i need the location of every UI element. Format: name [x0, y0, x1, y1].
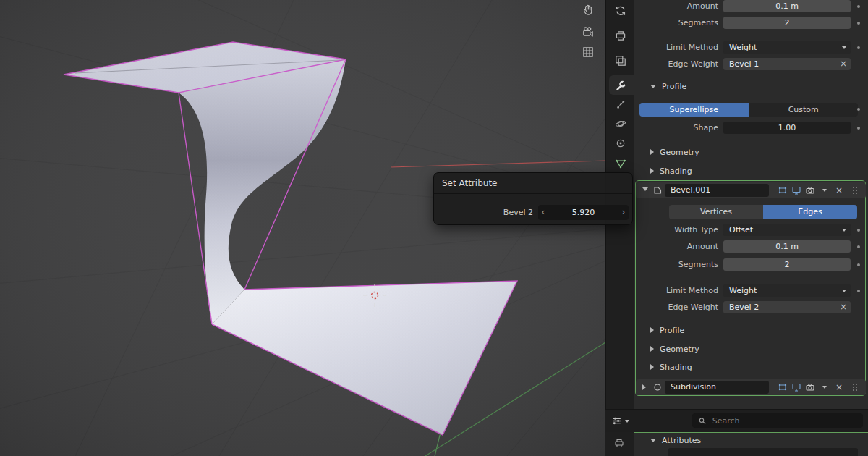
editor-type-button[interactable]	[610, 415, 629, 427]
modifier-extras-chevron-icon[interactable]	[822, 386, 827, 389]
chevron-down-icon	[842, 290, 846, 292]
shading-section-header-2[interactable]: Shading	[634, 360, 692, 373]
modifier-drag-grip[interactable]	[851, 382, 859, 394]
geometry-section-header-2[interactable]: Geometry	[634, 342, 699, 355]
render-display-toggle-icon[interactable]	[805, 382, 815, 392]
tab-edges[interactable]: Edges	[763, 205, 857, 219]
modifier-close-button[interactable]: ×	[833, 184, 846, 197]
tab-constraints-icon[interactable]	[614, 137, 627, 150]
collapsed-triangle-icon	[650, 168, 654, 174]
modifier-close-button[interactable]: ×	[833, 381, 846, 394]
row-limit-method-2: Limit Method Weight	[634, 284, 868, 298]
camera-view-icon[interactable]	[582, 25, 595, 38]
collapsed-triangle-icon	[650, 149, 654, 155]
bottom-tab-column	[605, 432, 634, 456]
set-attribute-panel[interactable]: Set Attribute Bevel 2 ‹ 5.920 ›	[433, 172, 633, 225]
edge-weight-field[interactable]: Bevel 1 ×	[723, 58, 851, 70]
bottom-properties-editor: Attributes +	[605, 409, 868, 456]
animate-dot[interactable]	[857, 127, 860, 130]
animate-dot[interactable]	[857, 245, 860, 248]
modifier-name-field[interactable]: Bevel.001	[665, 184, 769, 197]
profile-section-header[interactable]: Profile	[634, 80, 686, 93]
affect-tabs: Vertices Edges	[669, 205, 857, 219]
shading-section-header[interactable]: Shading	[634, 164, 692, 177]
search-box[interactable]	[692, 413, 863, 428]
tab-object-data-icon[interactable]	[614, 157, 627, 170]
animate-dot[interactable]	[857, 263, 860, 266]
edit-mode-display-toggle-icon[interactable]	[778, 185, 788, 195]
shape-field[interactable]: 1.00	[723, 122, 851, 134]
segments-label: Segments	[634, 258, 718, 271]
animate-dot[interactable]	[857, 5, 860, 8]
shading-header-label: Shading	[660, 363, 692, 372]
subdivision-modifier-header[interactable]: Subdivision ×	[636, 379, 866, 395]
expanded-triangle-icon	[650, 85, 656, 88]
width-type-dropdown[interactable]: Offset	[723, 224, 851, 236]
segments-label: Segments	[634, 16, 718, 30]
segments-field[interactable]: 2	[723, 17, 851, 29]
tab-viewlayer-icon[interactable]	[614, 54, 627, 67]
animate-dot[interactable]	[857, 46, 860, 49]
bevel2-value-slider[interactable]: ‹ 5.920 ›	[538, 205, 629, 220]
amount-field[interactable]: 0.1 m	[723, 0, 851, 12]
custom-button[interactable]: Custom	[749, 103, 859, 117]
segments-field[interactable]: 2	[723, 258, 851, 271]
modifier-extras-chevron-icon[interactable]	[822, 189, 827, 192]
realtime-display-toggle-icon[interactable]	[791, 382, 801, 392]
animate-dot[interactable]	[857, 108, 860, 111]
attribute-list-row[interactable]	[668, 448, 858, 456]
amount-field[interactable]: 0.1 m	[723, 240, 851, 253]
limit-method-label: Limit Method	[634, 284, 718, 297]
row-amount-1: Amount 0.1 m	[634, 0, 868, 14]
edit-mode-display-toggle-icon[interactable]	[778, 382, 788, 392]
animate-dot[interactable]	[857, 22, 860, 25]
bevel2-modifier-header[interactable]: Bevel.001 ×	[636, 182, 866, 198]
limit-method-dropdown[interactable]: Weight	[723, 284, 851, 297]
limit-method-dropdown[interactable]: Weight	[723, 41, 851, 54]
modifier-name-field[interactable]: Subdivision	[665, 381, 769, 394]
increment-arrow-icon[interactable]: ›	[618, 205, 629, 220]
amount-label: Amount	[634, 0, 718, 13]
viewport-canvas	[0, 0, 605, 456]
tab-modifiers-wrench-icon[interactable]	[614, 79, 627, 92]
row-edge-weight-1: Edge Weight Bevel 1 ×	[634, 57, 868, 72]
row-affect-tabs: Vertices Edges	[634, 205, 868, 219]
profile-type-buttons: Superellipse Custom	[639, 103, 858, 117]
row-limit-method-1: Limit Method Weight	[634, 41, 868, 55]
profile-section-header-2[interactable]: Profile	[634, 324, 684, 337]
tab-render-icon[interactable]	[614, 4, 627, 17]
row-segments-1: Segments 2	[634, 16, 868, 30]
clear-x-icon[interactable]: ×	[840, 58, 847, 70]
ortho-grid-icon[interactable]	[582, 46, 595, 59]
modifier-drag-grip[interactable]	[851, 185, 859, 198]
viewport-3d[interactable]	[0, 0, 605, 456]
superellipse-button[interactable]: Superellipse	[639, 103, 749, 117]
geometry-header-label: Geometry	[660, 148, 699, 157]
clear-x-icon[interactable]: ×	[840, 301, 847, 313]
edge-weight-field[interactable]: Bevel 2 ×	[723, 301, 851, 313]
tab-output-icon[interactable]	[613, 437, 626, 450]
attributes-section-header[interactable]: Attributes	[638, 436, 701, 445]
geometry-section-header[interactable]: Geometry	[634, 145, 699, 159]
tab-output-icon[interactable]	[614, 29, 627, 42]
row-segments-2: Segments 2	[634, 258, 868, 272]
bevel2-value-label: Bevel 2	[434, 205, 533, 220]
bevel-modifier-icon	[652, 185, 663, 195]
row-edge-weight-2: Edge Weight Bevel 2 ×	[634, 300, 868, 315]
pan-hand-icon[interactable]	[582, 4, 595, 17]
geometry-header-label: Geometry	[660, 345, 699, 354]
amount-label: Amount	[634, 240, 718, 253]
expanded-triangle-icon[interactable]	[642, 187, 648, 191]
tab-physics-icon[interactable]	[614, 117, 627, 130]
collapsed-triangle-icon[interactable]	[642, 384, 646, 390]
row-profile-type: Superellipse Custom	[634, 103, 868, 117]
tab-vertices[interactable]: Vertices	[669, 205, 763, 219]
properties-editor-icon	[610, 415, 623, 427]
render-display-toggle-icon[interactable]	[805, 185, 815, 195]
search-input[interactable]	[711, 415, 857, 426]
profile-header-label: Profile	[662, 82, 686, 91]
realtime-display-toggle-icon[interactable]	[791, 185, 801, 195]
animate-dot[interactable]	[857, 229, 860, 232]
tab-particles-icon[interactable]	[614, 98, 627, 111]
animate-dot[interactable]	[857, 290, 860, 292]
